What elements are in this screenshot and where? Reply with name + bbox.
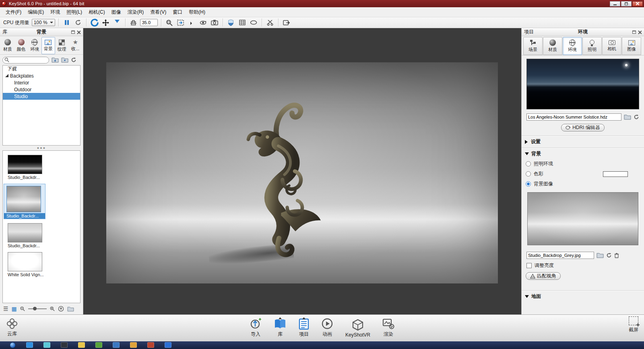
- region-render-button[interactable]: [249, 18, 258, 27]
- taskbar-icon[interactable]: [78, 342, 85, 348]
- search-box[interactable]: [2, 57, 49, 64]
- close-panel-icon[interactable]: [77, 30, 80, 34]
- grid-overlay-button[interactable]: [237, 18, 247, 27]
- perspective-button[interactable]: [129, 18, 138, 27]
- maximize-button[interactable]: [621, 1, 632, 6]
- reload-icon[interactable]: [606, 253, 612, 258]
- taskbar-icon[interactable]: [61, 342, 68, 348]
- menu-file[interactable]: 文件(F): [2, 7, 25, 17]
- tab-scene[interactable]: 场景: [523, 37, 543, 55]
- taskbar-icon[interactable]: [26, 342, 33, 348]
- cloud-library-button[interactable]: 云库: [6, 318, 18, 337]
- option-color[interactable]: 色彩: [522, 169, 644, 179]
- close-panel-icon[interactable]: [638, 30, 642, 34]
- float-panel-icon[interactable]: [632, 31, 636, 34]
- backplate-item[interactable]: Studio_Backdr...: [5, 155, 45, 180]
- tree-item-studio[interactable]: Studio: [3, 93, 80, 100]
- tree-expander-icon[interactable]: [5, 74, 8, 77]
- taskbar-icon[interactable]: [147, 342, 154, 348]
- add-folder-icon[interactable]: [61, 57, 68, 63]
- grid-view-icon[interactable]: ▦: [12, 306, 17, 312]
- zoom-out-icon[interactable]: [20, 306, 25, 311]
- search-input[interactable]: [9, 57, 45, 62]
- tree-item-outdoor[interactable]: Outdoor: [3, 86, 80, 93]
- taskbar-icon[interactable]: [95, 342, 102, 348]
- minimize-button[interactable]: [610, 1, 620, 6]
- screenshot-button[interactable]: 截屏: [629, 316, 638, 333]
- section-cut-button[interactable]: [265, 18, 275, 27]
- tab-camera[interactable]: 相机: [602, 37, 621, 55]
- menu-camera[interactable]: 相机(C): [85, 7, 108, 17]
- project-toggle-button[interactable]: 项目: [299, 318, 309, 338]
- fit-view-button[interactable]: [176, 18, 186, 27]
- animation-button[interactable]: 动画: [321, 318, 333, 338]
- taskbar-icon[interactable]: [130, 342, 137, 348]
- adjust-brightness-row[interactable]: 调整亮度: [522, 259, 644, 269]
- tab-textures[interactable]: 纹理: [55, 37, 69, 54]
- close-button[interactable]: [632, 1, 643, 6]
- section-background[interactable]: 背景: [522, 148, 644, 159]
- pan-camera-button[interactable]: [101, 18, 111, 27]
- dragon-sculpture[interactable]: [227, 99, 330, 260]
- taskbar-icon[interactable]: [165, 342, 171, 348]
- menu-render[interactable]: 渲染(R): [124, 7, 147, 17]
- radio-icon[interactable]: [526, 171, 531, 177]
- tab-material[interactable]: 材质: [543, 37, 562, 55]
- reset-camera-button[interactable]: [90, 18, 99, 27]
- tab-environment[interactable]: 环境: [563, 37, 582, 55]
- tree-item-backplates[interactable]: Backplates: [3, 72, 80, 79]
- menu-environment[interactable]: 环境: [47, 7, 63, 17]
- import-folder-icon[interactable]: [52, 57, 59, 63]
- safe-frame-button[interactable]: [226, 18, 236, 27]
- fit-view-dropdown[interactable]: [187, 18, 197, 27]
- realtime-viewport[interactable]: [83, 28, 521, 314]
- backplate-filename-field[interactable]: [526, 252, 594, 259]
- hdri-editor-button[interactable]: HDRI 编辑器: [561, 124, 605, 131]
- menu-edit[interactable]: 编辑(E): [25, 7, 47, 17]
- rendered-scene[interactable]: [106, 62, 498, 283]
- section-settings[interactable]: 设置: [522, 136, 644, 147]
- menu-view[interactable]: 查看(V): [147, 7, 169, 17]
- menu-window[interactable]: 窗口: [169, 7, 186, 17]
- hdri-preview[interactable]: [526, 59, 639, 109]
- tab-materials[interactable]: 材质: [1, 37, 14, 54]
- backplate-item-selected[interactable]: Studio_Backdr...: [4, 184, 45, 219]
- checkbox-icon[interactable]: [526, 263, 532, 268]
- dolly-camera-button[interactable]: [112, 18, 122, 27]
- tab-favorites[interactable]: ★ 收...: [68, 37, 82, 54]
- taskbar-icon[interactable]: [43, 342, 50, 348]
- radio-selected-icon[interactable]: [526, 181, 531, 187]
- slider-handle[interactable]: [33, 307, 37, 310]
- tab-colors[interactable]: 颜色: [14, 37, 28, 54]
- backplate-item[interactable]: White Solid Vign...: [5, 252, 45, 277]
- export-button[interactable]: [282, 18, 291, 27]
- render-button[interactable]: 渲染: [382, 318, 394, 338]
- folder-icon[interactable]: [67, 306, 74, 312]
- match-perspective-button[interactable]: 匹配视角: [526, 272, 561, 280]
- hdri-filename-field[interactable]: [526, 113, 621, 121]
- open-folder-icon[interactable]: [597, 253, 604, 258]
- section-ground[interactable]: 地面: [522, 291, 644, 302]
- import-button[interactable]: 导入: [250, 318, 262, 338]
- tab-image[interactable]: 图像: [622, 37, 641, 55]
- radio-icon[interactable]: [526, 161, 531, 166]
- tab-lighting[interactable]: 照明: [582, 37, 602, 55]
- tree-item-interior[interactable]: Interior: [3, 79, 80, 86]
- tab-backplates[interactable]: 背景: [41, 37, 55, 54]
- upload-icon[interactable]: [58, 306, 64, 312]
- backplate-item[interactable]: Studio_Backdr...: [5, 223, 45, 248]
- list-view-icon[interactable]: ☰: [3, 306, 8, 312]
- camera-lock-button[interactable]: [210, 18, 219, 27]
- reload-icon[interactable]: [634, 114, 639, 120]
- cpu-usage-dropdown[interactable]: 100 %: [32, 19, 55, 26]
- menu-image[interactable]: 图像: [108, 7, 124, 17]
- open-folder-icon[interactable]: [624, 114, 631, 120]
- menu-lighting[interactable]: 照明(L): [63, 7, 85, 17]
- tab-environments[interactable]: 环境: [28, 37, 41, 54]
- backplate-preview[interactable]: [527, 192, 638, 245]
- keyshotvr-button[interactable]: KeyShotVR: [345, 319, 370, 338]
- library-toggle-button[interactable]: 库: [274, 318, 287, 338]
- option-backplate-image[interactable]: 背景图像: [522, 179, 644, 189]
- menu-help[interactable]: 帮助(H): [186, 7, 208, 17]
- color-swatch[interactable]: [603, 171, 628, 177]
